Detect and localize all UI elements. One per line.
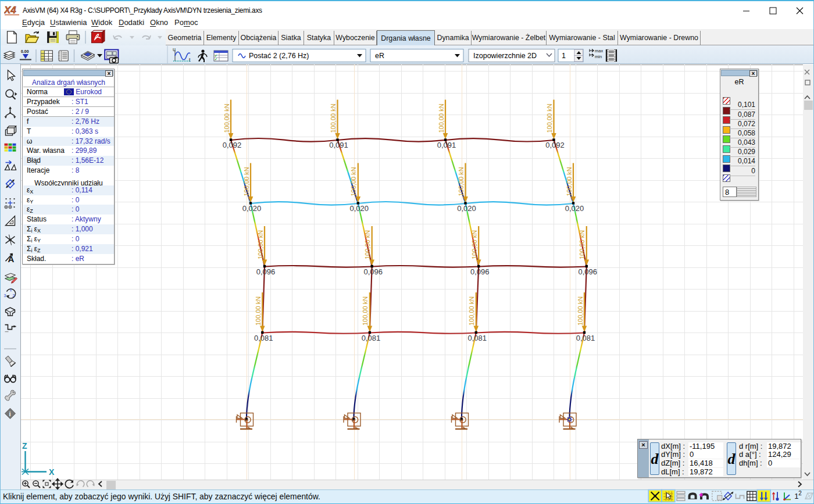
svg-text:0,081: 0,081	[576, 334, 595, 342]
svg-text:0,096: 0,096	[470, 267, 490, 276]
svg-text:100,00 kN: 100,00 kN	[458, 167, 465, 196]
svg-text:0,020: 0,020	[350, 204, 369, 213]
svg-text:100,00 kN: 100,00 kN	[350, 167, 357, 196]
svg-text:0,020: 0,020	[457, 204, 476, 213]
svg-text:100,00 kN: 100,00 kN	[364, 230, 371, 259]
svg-text:100,00 kN: 100,00 kN	[577, 296, 584, 326]
svg-text:0,096: 0,096	[579, 267, 598, 276]
svg-text:0,020: 0,020	[565, 204, 584, 213]
svg-text:0,020: 0,020	[242, 204, 262, 213]
svg-text:100,00 kN: 100,00 kN	[579, 230, 585, 259]
svg-text:100,00 kN: 100,00 kN	[330, 103, 337, 133]
svg-text:100,00 kN: 100,00 kN	[243, 167, 250, 196]
svg-text:100,00 kN: 100,00 kN	[438, 103, 445, 133]
svg-text:100,00 kN: 100,00 kN	[255, 296, 262, 326]
svg-text:100,00 kN: 100,00 kN	[223, 103, 230, 133]
svg-text:100,00 kN: 100,00 kN	[257, 230, 264, 259]
svg-text:100,00 kN: 100,00 kN	[546, 103, 553, 133]
svg-text:100,00 kN: 100,00 kN	[566, 167, 573, 196]
svg-text:0,081: 0,081	[254, 334, 273, 342]
svg-text:100,00 kN: 100,00 kN	[468, 296, 475, 326]
svg-text:0,081: 0,081	[362, 334, 381, 342]
svg-text:0,081: 0,081	[468, 334, 487, 342]
svg-text:0,096: 0,096	[256, 267, 276, 276]
svg-text:100,00 kN: 100,00 kN	[362, 296, 369, 326]
svg-text:0,091: 0,091	[329, 141, 348, 149]
svg-text:0,092: 0,092	[223, 141, 242, 149]
svg-text:0,091: 0,091	[437, 141, 456, 149]
svg-text:0,092: 0,092	[545, 141, 565, 149]
svg-text:100,00 kN: 100,00 kN	[471, 230, 478, 259]
svg-text:X4: X4	[4, 5, 16, 16]
svg-text:0,096: 0,096	[363, 267, 383, 276]
